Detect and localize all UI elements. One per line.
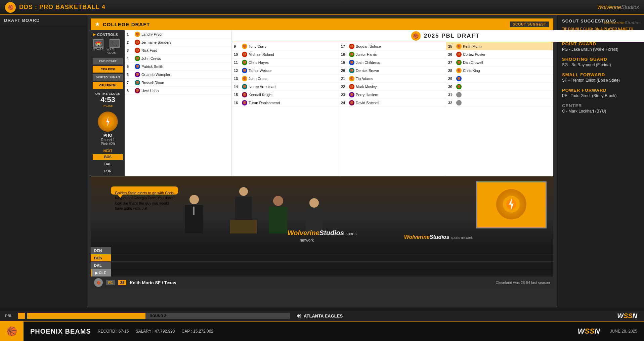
draft-panel: ★ COLLEGE DRAFT SCOUT SUGGEST xyxy=(91,18,553,30)
pick-row[interactable]: 29 🏀 xyxy=(446,75,553,83)
pick-icon: 🏀 xyxy=(349,52,354,57)
bottom-record: RECORD : 67-15 xyxy=(98,329,129,334)
cpu-finish-button[interactable]: CPU FINISH xyxy=(93,82,123,89)
pick-row[interactable]: 27 🏀 Dan Crowell xyxy=(446,58,553,67)
end-draft-button[interactable]: END DRAFT xyxy=(93,58,123,65)
ticker-cle: ▶ CLE xyxy=(91,269,111,276)
bottom-bar: 🏀 PHOENIX BEAMS RECORD : 67-15 SALARY : … xyxy=(0,321,644,341)
pbl-draft-title: 2025 PBL DRAFT xyxy=(424,33,480,39)
ticker-den: DEN xyxy=(91,247,111,254)
pick-row[interactable]: 10 🏀 Michael Roland xyxy=(232,50,339,58)
pick-row[interactable]: 14 🏀 Ivoree Armstead xyxy=(232,83,339,91)
pick-icon: 🏀 xyxy=(135,32,140,37)
pbl-progress-fill xyxy=(27,313,145,319)
pick-row[interactable]: 31 xyxy=(446,91,553,99)
pick-row[interactable]: 20 🏀 Derrick Brown xyxy=(339,67,446,75)
pick-icon: 🏀 xyxy=(135,48,140,53)
pick-round-label: R1 xyxy=(106,280,115,285)
pick-icon: 🏀 xyxy=(242,44,247,49)
pick-icon: 🏀 xyxy=(242,84,247,89)
round-info: Round 1 Pick #29 xyxy=(101,138,115,146)
pick-row[interactable]: 16 🏀 Turan Danishmend xyxy=(232,99,339,107)
scout-suggest-button[interactable]: SCOUT SUGGEST xyxy=(510,21,549,28)
bottom-team-icon: 🏀 xyxy=(0,321,24,341)
figure-4 xyxy=(306,198,323,233)
pick-row[interactable]: 8 🏀 Uwe Hahn xyxy=(125,87,231,95)
pbl-round-label: ROUND 2: xyxy=(149,314,167,318)
pick-icon: 🏀 xyxy=(349,60,354,65)
pick-row[interactable]: 2 🏀 Jermaine Sanders xyxy=(125,38,231,46)
pick-icon: 🏀 xyxy=(242,52,247,57)
screen-logo xyxy=(496,189,526,219)
bottom-salary: SALARY : 47,792,998 xyxy=(136,329,175,334)
pbl-bar: PBL ROUND 2: 49. ATLANTA EAGLES WSSN xyxy=(0,311,644,321)
pick-row[interactable]: 24 🏀 David Satchell xyxy=(339,99,446,107)
bottom-stats: RECORD : 67-15 SALARY : 47,792,998 CAP :… xyxy=(98,329,213,334)
pick-row[interactable]: 25 🏀 Keith Morin xyxy=(446,42,553,50)
cpu-pick-button[interactable]: CPU PICK xyxy=(93,66,123,73)
scout-sf-pos: SMALL FORWARD xyxy=(562,72,639,77)
pick-row[interactable]: 26 🏀 Cortez Poster xyxy=(446,50,553,58)
pick-row[interactable]: 1 🏀 Landry Pryor xyxy=(125,30,231,38)
pick-icon xyxy=(456,92,462,97)
pick-row[interactable]: 5 🏀 Patrick Smith xyxy=(125,62,231,71)
ticker-bos: BOS xyxy=(91,254,111,261)
pick-row[interactable]: 30 🏀 xyxy=(446,83,553,91)
pick-icon: 🏀 xyxy=(349,84,354,89)
clock-time: 4:53 xyxy=(95,95,121,104)
pick-row[interactable]: 17 🏀 Bogdan Solnce xyxy=(339,42,446,50)
pick-row[interactable]: 32 xyxy=(446,99,553,107)
next-team-por: POR xyxy=(104,168,112,174)
stage-button[interactable]: 🏟️ STAGE xyxy=(93,39,104,54)
pick-row[interactable]: 21 🏀 Tip Adams xyxy=(339,75,446,83)
pick-row[interactable]: 18 🏀 Junior Harris xyxy=(339,50,446,58)
scout-sg-pos: SHOOTING GUARD xyxy=(562,57,639,62)
studio-watermark: WolverineStudios xyxy=(604,20,641,25)
team-abbreviation: PHO xyxy=(103,133,112,138)
pick-icon: 🏀 xyxy=(456,44,462,49)
pick-icon: 🏀 xyxy=(242,92,247,97)
clock-pause[interactable]: PAUSE xyxy=(95,104,121,108)
scout-c-detail: C - Mark Lockhart (BYU) xyxy=(562,109,639,114)
pick-icon: 🏀 xyxy=(456,52,462,57)
pick-row[interactable]: 19 🏀 Josh Childress xyxy=(339,58,446,67)
team-logo-area: PHO Round 1 Pick #29 xyxy=(98,112,118,146)
left-controls-panel: ▶ CONTROLS 🏟️ STAGE 📞 WAR ROOM END DRAFT… xyxy=(91,30,125,176)
pick-row[interactable]: 4 🏀 John Crews xyxy=(125,54,231,62)
star-icon: ★ xyxy=(95,20,100,28)
scout-pg-detail: PG - Jake Braun (Wake Forest) xyxy=(562,47,639,52)
speech-bubble: Golden State elects to go with Chris Kin… xyxy=(111,186,178,195)
wssn-logo: WSSN xyxy=(578,327,600,336)
clock-section: ON THE CLOCK 4:53 PAUSE xyxy=(95,92,121,108)
pick-row[interactable]: 9 🏀 Tony Curry xyxy=(232,42,339,50)
pick-row[interactable]: 6 🏀 Orlando Wampler xyxy=(125,71,231,79)
pick-row[interactable]: 12 🏀 Tarise Weisse xyxy=(232,67,339,75)
round-label: Round 1 xyxy=(101,138,115,142)
pick-row[interactable]: 23 🏀 Perry Haslem xyxy=(339,91,446,99)
pick-row[interactable]: 15 🏀 Kendall Knight xyxy=(232,91,339,99)
pick-icon: 🏀 xyxy=(456,68,462,73)
scout-c-pos: CENTER xyxy=(562,103,639,108)
pick-row[interactable]: 28 🏀 Chris King xyxy=(446,67,553,75)
pick-team-note: Cleveland was 28-54 last season xyxy=(496,281,550,285)
app-title: DDS : PRO BASKETBALL 4 xyxy=(19,4,105,11)
pbl-next-team: 49. ATLANTA EAGLES xyxy=(292,313,348,318)
pick-icon: 🏀 xyxy=(349,44,354,49)
right-sidebar: SCOUT SUGGESTIONS TIP DOUBLE CLICK ON A … xyxy=(557,15,644,307)
pick-info-bar: 🏀 R1 25 Keith Morin SF / Texas Cleveland… xyxy=(91,276,553,289)
pick-row[interactable]: 3 🏀 Nick Ford xyxy=(125,46,231,54)
pick-row[interactable]: 13 🏀 John Cross xyxy=(232,75,339,83)
draft-table-area: 1 🏀 Landry Pryor 2 🏀 Jermaine Sanders 3 … xyxy=(125,30,553,176)
pick-row[interactable]: 7 🏀 Russell Dixon xyxy=(125,79,231,87)
pick-team-icon: 🏀 xyxy=(94,278,103,287)
pick-row[interactable]: 22 🏀 Mark Mosley xyxy=(339,83,446,91)
pick-number: 25 xyxy=(118,280,126,285)
pick-icon: 🏀 xyxy=(349,68,354,73)
tv-screen xyxy=(476,181,547,228)
pick-row[interactable]: 11 🏀 Chris Hayes xyxy=(232,58,339,67)
left-sidebar: DRAFT BOARD xyxy=(0,15,87,307)
ticker-dal: DAL xyxy=(91,262,111,269)
war-room-button[interactable]: 📞 WAR ROOM xyxy=(106,39,123,54)
next-team-bos[interactable]: BOS xyxy=(93,154,123,160)
skip-to-human-button[interactable]: SKIP TO HUMAN xyxy=(93,74,123,81)
